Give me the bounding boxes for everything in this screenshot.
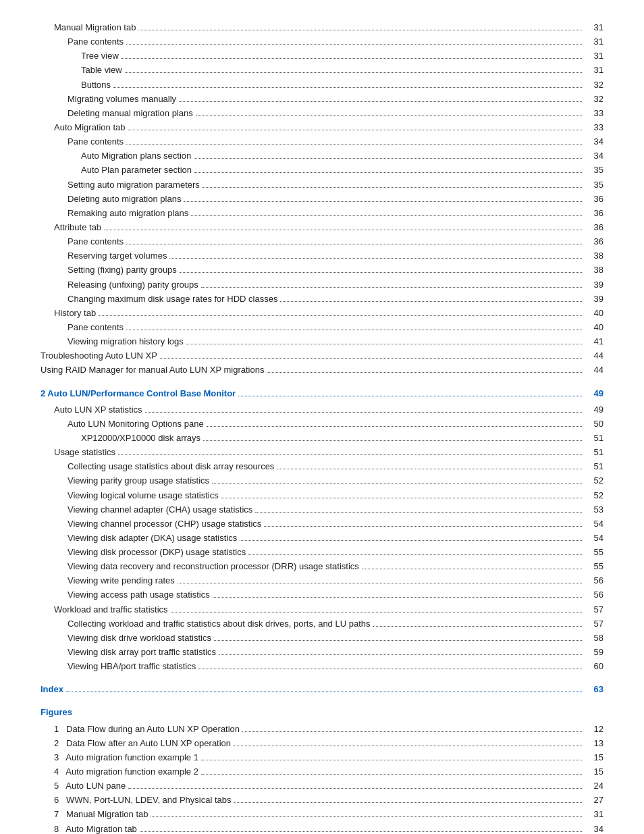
toc-page: 51 xyxy=(585,432,603,445)
figure-entry: 2 Data Flow after an Auto LUN XP operati… xyxy=(41,737,603,750)
toc-page: 15 xyxy=(585,751,603,764)
toc-page: 33 xyxy=(585,107,603,120)
toc-dots xyxy=(201,760,582,760)
toc-label: Auto Plan parameter section xyxy=(41,163,192,177)
figure-label: 8 Auto Migration tab xyxy=(41,823,137,834)
toc-page: 33 xyxy=(585,121,603,134)
toc-dots xyxy=(178,583,582,583)
toc-page: 36 xyxy=(585,221,603,234)
toc-page: 35 xyxy=(585,163,603,177)
toc-page: 24 xyxy=(585,779,603,793)
toc-label: Auto Migration tab xyxy=(41,121,126,134)
toc-label: Migrating volumes manually xyxy=(41,93,176,106)
toc-page: 51 xyxy=(585,460,603,473)
toc-dots xyxy=(196,115,582,116)
toc-dots xyxy=(184,201,582,202)
toc-dots xyxy=(219,654,582,655)
toc-label: Tree view xyxy=(41,49,119,63)
toc-entry: Viewing disk drive workload statistics 5… xyxy=(41,631,603,645)
toc-entry: Usage statistics 51 xyxy=(41,446,603,459)
toc-label: Viewing write pending rates xyxy=(41,574,175,588)
toc-page: 59 xyxy=(585,646,603,659)
toc-entry: Viewing disk processor (DKP) usage stati… xyxy=(41,546,603,559)
toc-label: History tab xyxy=(41,307,96,320)
toc-label: Reserving target volumes xyxy=(41,249,167,263)
toc-dots xyxy=(267,372,582,373)
toc-label: Viewing parity group usage statistics xyxy=(41,474,209,488)
toc-page: 52 xyxy=(585,474,603,488)
toc-dots xyxy=(118,454,582,455)
toc-entry: Attribute tab 36 xyxy=(41,221,603,234)
toc-page: 54 xyxy=(585,531,603,545)
toc-dots xyxy=(179,101,582,102)
toc-label: Remaking auto migration plans xyxy=(41,207,188,220)
toc-label: Viewing disk adapter (DKA) usage statist… xyxy=(41,531,237,545)
toc-label: Manual Migration tab xyxy=(41,21,136,34)
toc-label: Attribute tab xyxy=(41,221,101,234)
toc-entry: Auto Migration plans section 34 xyxy=(41,149,603,163)
toc-entry: Viewing HBA/port traffic statistics 60 xyxy=(41,660,603,673)
toc-label: Viewing migration history logs xyxy=(41,335,184,348)
figure-entry: 1 Data Flow during an Auto LUN XP Operat… xyxy=(41,723,603,736)
toc-dots xyxy=(140,831,582,832)
toc-page: 13 xyxy=(585,737,603,750)
toc-entry: Viewing parity group usage statistics 52 xyxy=(41,474,603,488)
toc-dots xyxy=(212,483,582,484)
toc-page: 32 xyxy=(585,93,603,106)
toc-label: Collecting workload and traffic statisti… xyxy=(41,617,370,631)
toc-entry: Viewing channel processor (CHP) usage st… xyxy=(41,517,603,531)
toc-dots xyxy=(264,526,582,527)
toc-page: 15 xyxy=(585,765,603,779)
toc-entry: Pane contents 40 xyxy=(41,321,603,334)
toc-label: Pane contents xyxy=(41,135,124,149)
toc-page: 58 xyxy=(585,631,603,645)
toc-entry: Troubleshooting Auto LUN XP 44 xyxy=(41,349,603,363)
toc-dots xyxy=(125,72,582,73)
figure-entry: 4 Auto migration function example 2 15 xyxy=(41,765,603,779)
toc-page: 38 xyxy=(585,249,603,263)
toc-label: Viewing data recovery and reconstruction… xyxy=(41,560,359,573)
toc-entry: Migrating volumes manually 32 xyxy=(41,93,603,106)
toc-page: 39 xyxy=(585,278,603,292)
toc-dots xyxy=(221,498,582,498)
toc-entry: Collecting usage statistics about disk a… xyxy=(41,460,603,473)
toc-entry: Auto Plan parameter section 35 xyxy=(41,163,603,177)
toc-dots xyxy=(280,301,582,302)
toc-entry: Setting auto migration parameters 35 xyxy=(41,178,603,192)
toc-dots xyxy=(194,158,582,159)
toc-label: Using RAID Manager for manual Auto LUN X… xyxy=(41,363,264,377)
toc-entry: Viewing migration history logs 41 xyxy=(41,335,603,348)
toc-dots xyxy=(373,626,582,627)
toc-page: 32 xyxy=(585,78,603,92)
toc-label: Setting (fixing) parity groups xyxy=(41,263,177,277)
toc-entry: Reserving target volumes 38 xyxy=(41,249,603,263)
toc-entry: Viewing logical volume usage statistics … xyxy=(41,489,603,502)
toc-dots xyxy=(234,746,582,746)
toc-entry: Viewing access path usage statistics 56 xyxy=(41,588,603,602)
index-page: 63 xyxy=(585,683,603,696)
figures-header: Figures xyxy=(41,706,603,719)
toc-label: Pane contents xyxy=(41,321,124,334)
toc-dots xyxy=(128,130,582,130)
toc-dots xyxy=(122,58,582,59)
toc-page: 53 xyxy=(585,503,603,517)
toc-page: 54 xyxy=(585,517,603,531)
toc-dots xyxy=(151,816,582,817)
toc-label: Releasing (unfixing) parity groups xyxy=(41,278,198,292)
toc-dots xyxy=(113,87,582,88)
chapter2-label: 2 Auto LUN/Performance Control Base Moni… xyxy=(41,387,236,400)
toc-dots xyxy=(201,287,582,288)
toc-label: Auto LUN Monitoring Options pane xyxy=(41,417,204,431)
toc-entry: Releasing (unfixing) parity groups 39 xyxy=(41,278,603,292)
toc-entry: Pane contents 36 xyxy=(41,235,603,249)
toc-dots xyxy=(214,640,582,641)
toc-dots xyxy=(201,774,582,775)
toc-page: 35 xyxy=(585,178,603,192)
toc-entry: Manual Migration tab 31 xyxy=(41,21,603,34)
toc-dots xyxy=(99,315,582,316)
toc-entry: Auto Migration tab 33 xyxy=(41,121,603,134)
toc-page: 49 xyxy=(585,403,603,417)
toc-page: 31 xyxy=(585,808,603,821)
index-dots xyxy=(66,692,582,692)
toc-dots xyxy=(138,30,582,30)
